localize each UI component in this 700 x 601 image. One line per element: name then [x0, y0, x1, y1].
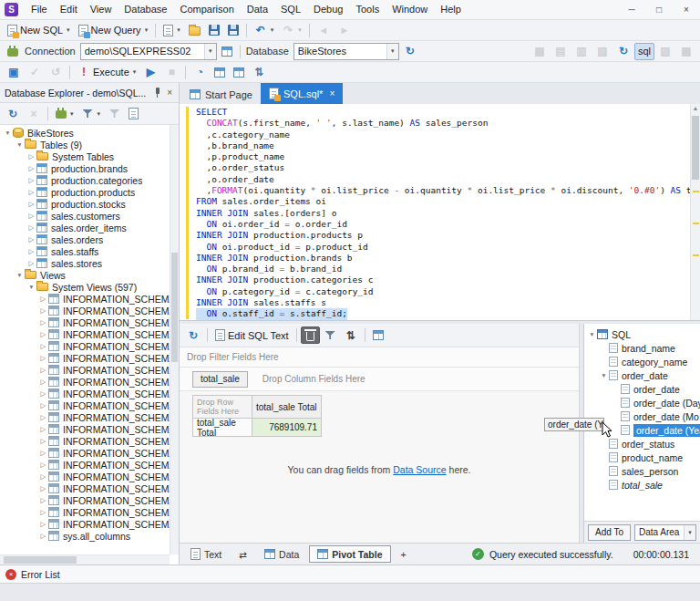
minimize-button[interactable]: ─ [618, 0, 645, 19]
sql-editor[interactable]: SELECT CONCAT(s.first_name, ' ', s.last_… [180, 104, 700, 320]
tree-item-information-schema-vie[interactable]: ▷INFORMATION_SCHEMA.VIE [0, 518, 170, 530]
explorer-horizontal-scrollbar[interactable] [0, 554, 170, 565]
begin-transaction-button[interactable]: ▣ [4, 64, 24, 81]
expander-icon[interactable]: ▷ [38, 318, 48, 326]
pivot-total-value[interactable]: 7689109.71 [252, 419, 322, 437]
edit-connection-button[interactable] [218, 43, 236, 60]
expander-icon[interactable]: ▷ [38, 389, 48, 398]
tree-item-system-tables[interactable]: ▷System Tables [0, 150, 170, 162]
save-all-button[interactable] [224, 22, 242, 39]
tree-item-sys-all-columns[interactable]: ▷sys.all_columns [0, 530, 170, 542]
expander-icon[interactable]: ▷ [38, 306, 48, 315]
pin-icon[interactable] [156, 88, 160, 94]
tab-text-view[interactable]: Text [183, 545, 229, 563]
new-document-button[interactable]: ▾ [160, 22, 184, 39]
chevron-down-icon[interactable]: ▾ [684, 525, 695, 540]
menu-data[interactable]: Data [241, 0, 274, 19]
tab-sql-document[interactable]: SQL.sql* × [261, 83, 343, 104]
explorer-vertical-scrollbar[interactable] [170, 125, 179, 554]
menu-view[interactable]: View [84, 0, 118, 19]
expander-icon[interactable]: ▷ [38, 472, 48, 481]
expander-icon[interactable]: ▷ [38, 520, 48, 528]
tree-item-order-date[interactable]: ▾order_date [584, 368, 700, 382]
target-area-combo[interactable]: Data Area ▾ [634, 524, 696, 541]
tree-item-information-schema-rou[interactable]: ▷INFORMATION_SCHEMA.ROU [0, 423, 170, 435]
close-icon[interactable]: × [329, 88, 335, 98]
tree-item-system-views-597[interactable]: ▾System Views (597) [0, 281, 170, 293]
tree-item-information-schema-par[interactable]: ▷INFORMATION_SCHEMA.PAR [0, 388, 170, 399]
new-query-button[interactable]: New Query▾ [75, 22, 152, 39]
tree-item-bikestores[interactable]: ▾BikeStores [0, 127, 170, 139]
expander-icon[interactable]: ▷ [38, 401, 48, 409]
close-icon[interactable]: × [165, 88, 174, 98]
tree-item-information-schema-sec[interactable]: ▷INFORMATION_SCHEMA.SEC [0, 447, 170, 459]
row-drop-zone[interactable]: Drop Row Fields Here [192, 395, 252, 419]
menu-edit[interactable]: Edit [54, 0, 84, 19]
filter-button[interactable] [321, 326, 340, 344]
tree-item-sales-customers[interactable]: ▷sales.customers [0, 210, 170, 222]
expander-icon[interactable]: ▷ [38, 413, 48, 421]
menu-sql[interactable]: SQL [274, 0, 307, 19]
expander-icon[interactable]: ▷ [38, 354, 48, 362]
expander-icon[interactable]: ▾ [3, 129, 13, 137]
expander-icon[interactable]: ▷ [26, 223, 36, 232]
expander-icon[interactable]: ▷ [38, 508, 48, 516]
tree-item-information-schema-rou[interactable]: ▷INFORMATION_SCHEMA.ROU [0, 411, 170, 423]
tree-item-views[interactable]: ▾Views [0, 269, 170, 281]
tree-item-sales-order-items[interactable]: ▷sales.order_items [0, 222, 170, 233]
expander-icon[interactable]: ▾ [26, 283, 36, 291]
chevron-down-icon[interactable]: ▾ [70, 110, 74, 118]
tree-item-production-categories[interactable]: ▷production.categories [0, 174, 170, 186]
expander-icon[interactable]: ▷ [38, 461, 48, 469]
debug-button[interactable]: ▶ [140, 64, 160, 81]
tree-item-information-schema-col[interactable]: ▷INFORMATION_SCHEMA.COL [0, 316, 170, 328]
tree-item-information-schema-key[interactable]: ▷INFORMATION_SCHEMA.KEY [0, 376, 170, 388]
add-to-button[interactable]: Add To [588, 524, 631, 541]
field-chip-total-sale[interactable]: total_sale [192, 371, 248, 388]
menu-tools[interactable]: Tools [349, 0, 386, 19]
tree-item-information-schema-tab[interactable]: ▷INFORMATION_SCHEMA.TAB [0, 459, 170, 471]
chevron-down-icon[interactable]: ▾ [204, 44, 216, 59]
expander-icon[interactable]: ▷ [26, 176, 36, 184]
sql-document-toggle-button[interactable]: sql [634, 43, 654, 60]
tree-item-information-schema-vie[interactable]: ▷INFORMATION_SCHEMA.VIE [0, 494, 170, 506]
scroll-up-icon[interactable]: ▲ [691, 105, 700, 111]
expander-icon[interactable]: ▷ [26, 235, 36, 244]
sort-button[interactable]: ⇅ [341, 326, 361, 344]
tree-item-order-date-day[interactable]: order_date (Day) [584, 396, 700, 409]
database-combo[interactable]: BikeStores▾ [293, 43, 399, 60]
tree-item-information-schema-vie[interactable]: ▷INFORMATION_SCHEMA.VIE [0, 506, 170, 518]
expander-icon[interactable]: ▷ [26, 188, 36, 196]
edit-sql-text-button[interactable]: Edit SQL Text [211, 326, 293, 344]
tree-item-information-schema-tab[interactable]: ▷INFORMATION_SCHEMA.TAB [0, 482, 170, 494]
expander-icon[interactable]: ▷ [38, 425, 48, 433]
tree-item-information-schema-col[interactable]: ▷INFORMATION_SCHEMA.COL [0, 328, 170, 340]
expander-icon[interactable]: ▷ [26, 152, 36, 161]
refresh-pivot-button[interactable]: ↻ [183, 326, 203, 344]
menu-debug[interactable]: Debug [307, 0, 349, 19]
new-sql-button[interactable]: New SQL▾ [4, 22, 74, 39]
expander-icon[interactable]: ▷ [26, 200, 36, 208]
chevron-down-icon[interactable]: ▾ [298, 26, 302, 34]
tree-item-information-schema-col[interactable]: ▷INFORMATION_SCHEMA.COL [0, 340, 170, 352]
expander-icon[interactable]: ▷ [38, 437, 48, 445]
error-list-bar[interactable]: × Error List [0, 565, 700, 583]
tab-start-page[interactable]: Start Page [181, 85, 261, 104]
tree-item-order-date[interactable]: order_date [584, 382, 700, 396]
sort-results-button[interactable]: ⇅ [249, 64, 269, 81]
tree-item-information-schema-tab[interactable]: ▷INFORMATION_SCHEMA.TAB [0, 471, 170, 482]
tree-item-information-schema-dom[interactable]: ▷INFORMATION_SCHEMA.DOM [0, 364, 170, 376]
editor-vertical-scrollbar[interactable]: ▲ [690, 104, 700, 320]
save-button[interactable] [205, 22, 223, 39]
swap-views-button[interactable]: ⇄ [232, 545, 254, 563]
expander-icon[interactable]: ▷ [38, 295, 48, 303]
delete-field-button[interactable] [301, 326, 320, 344]
filter-drop-zone[interactable]: Drop Filter Fields Here [180, 347, 579, 368]
expander-icon[interactable]: ▷ [26, 259, 36, 267]
field-list-button[interactable] [369, 326, 387, 344]
execute-button[interactable]: !Execute▾ [74, 64, 139, 81]
results-layout-button[interactable] [230, 64, 248, 81]
connection-combo[interactable]: demo\SQLEXPRESS02▾ [80, 43, 217, 60]
pivot-row-header[interactable]: total_sale Total [192, 419, 252, 437]
duplicate-object-button[interactable] [125, 105, 142, 122]
